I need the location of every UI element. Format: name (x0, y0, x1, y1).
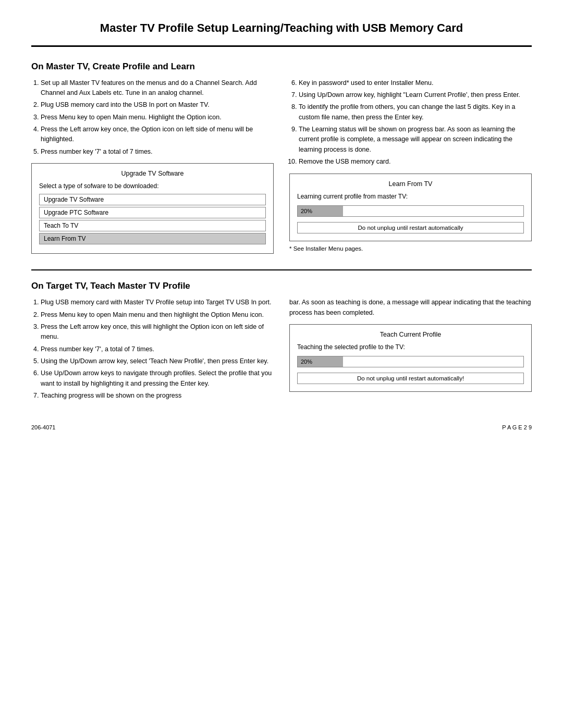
list-item: Key in password* used to enter Installer… (299, 78, 532, 88)
section1-steps-left: Set up all Master TV features on the men… (31, 78, 274, 254)
menu-box-title: Upgrade TV Software (39, 170, 266, 177)
section-1: On Master TV, Create Profile and Learn S… (31, 61, 532, 254)
section2-divider (31, 269, 532, 270)
doc-number: 206-4071 (31, 424, 56, 430)
section1-left-list: Set up all Master TV features on the men… (31, 78, 274, 157)
menu-box: Upgrade TV Software Select a type of sof… (31, 163, 274, 254)
menu-item-teach-to[interactable]: Teach To TV (39, 220, 266, 231)
progress-box-learn: Learn From TV Learning current profile f… (289, 174, 532, 241)
menu-item-upgrade-tv[interactable]: Upgrade TV Software (39, 194, 266, 205)
progress-message: Do not unplug until restart automaticall… (297, 222, 524, 233)
teach-progress-message: Do not unplug until restart automaticall… (297, 373, 524, 384)
section1-right-list: Key in password* used to enter Installer… (289, 78, 532, 167)
list-item: Plug USB memory card with Master TV Prof… (41, 298, 274, 307)
list-item: Teaching progress will be shown on the p… (41, 391, 274, 401)
progress-box-title: Learn From TV (297, 180, 524, 188)
menu-item-learn-from[interactable]: Learn From TV (39, 233, 266, 244)
menu-item-upgrade-ptc[interactable]: Upgrade PTC Software (39, 207, 266, 218)
menu-box-subtitle: Select a type of sofware to be downloade… (39, 182, 266, 190)
page-footer: 206-4071 P A G E 2 9 (31, 424, 532, 430)
list-item: The Learning status will be shown on pro… (299, 125, 532, 155)
list-item: Using Up/Down arrow key, highlight "Lear… (299, 90, 532, 100)
progress-box-teach: Teach Current Profile Teaching the selec… (289, 324, 532, 392)
section2-right: bar. As soon as teaching is done, a mess… (289, 298, 532, 403)
teach-progress-label: 20% (301, 359, 312, 365)
teach-progress-title: Teach Current Profile (297, 331, 524, 338)
list-item: Plug USB memory card into the USB In por… (41, 100, 274, 110)
list-item: Using the Up/Down arrow key, select 'Tea… (41, 356, 274, 366)
teach-progress-fill: 20% (298, 356, 343, 367)
list-item: Press Menu key to open Main menu. Highli… (41, 113, 274, 122)
progress-label: 20% (301, 208, 312, 214)
footnote: * See Installer Menu pages. (289, 245, 532, 252)
progress-bar: 20% (297, 205, 524, 217)
list-item: Use Up/Down arrow keys to navigate throu… (41, 368, 274, 389)
section2-right-text: bar. As soon as teaching is done, a mess… (289, 298, 532, 318)
section2-steps-left: Plug USB memory card with Master TV Prof… (31, 298, 274, 403)
page-title: Master TV Profile Setup Learning/Teachin… (31, 21, 532, 36)
list-item: Press the Left arrow key once, the Optio… (41, 125, 274, 145)
section2-title: On Target TV, Teach Master TV Profile (31, 281, 532, 291)
list-item: Press Menu key to open Main menu and the… (41, 310, 274, 320)
section2-left-list: Plug USB memory card with Master TV Prof… (31, 298, 274, 401)
list-item: To identify the profile from others, you… (299, 102, 532, 122)
teach-progress-bar: 20% (297, 356, 524, 367)
page-number: P A G E 2 9 (502, 424, 532, 430)
section1-title: On Master TV, Create Profile and Learn (31, 61, 532, 72)
list-item: Set up all Master TV features on the men… (41, 78, 274, 98)
progress-box-subtitle: Learning current profile from master TV: (297, 193, 524, 200)
progress-bar-fill: 20% (298, 206, 343, 216)
list-item: Remove the USB memory card. (299, 157, 532, 167)
list-item: Press number key '7' a total of 7 times. (41, 147, 274, 157)
section-2: On Target TV, Teach Master TV Profile Pl… (31, 269, 532, 403)
list-item: Press number key '7', a total of 7 times… (41, 344, 274, 354)
teach-progress-subtitle: Teaching the selected profile to the TV: (297, 343, 524, 351)
top-divider (31, 45, 532, 47)
list-item: Press the Left arrow key once, this will… (41, 322, 274, 342)
section1-steps-right: Key in password* used to enter Installer… (289, 78, 532, 254)
